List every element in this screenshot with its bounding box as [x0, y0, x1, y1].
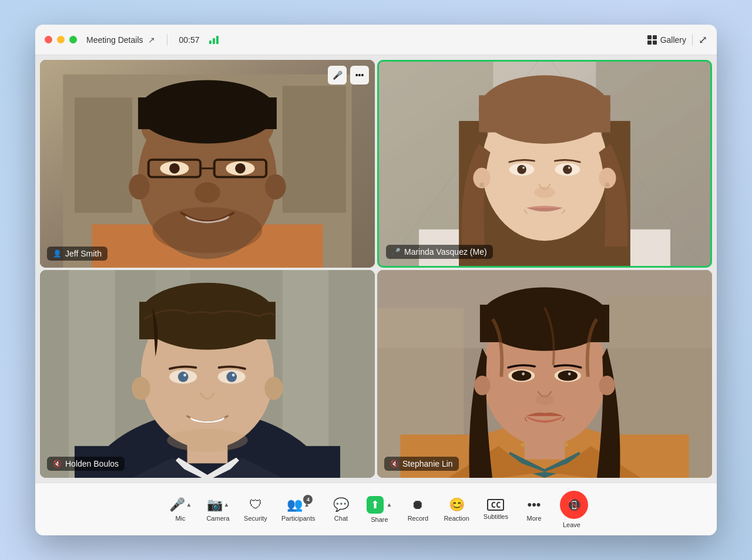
svg-point-62 [264, 377, 283, 400]
leave-phone-icon: 📵 [567, 498, 582, 512]
security-icon: 🛡 [249, 497, 262, 512]
mic-label: Mic [175, 515, 185, 522]
jeff-smith-name: Jeff Smith [65, 249, 102, 258]
svg-point-49 [534, 187, 555, 198]
video-tile-stephanie-lin: 🔇 Stephanie Lin [377, 270, 712, 478]
jeff-tile-controls: 🎤 ••• [328, 66, 369, 85]
svg-point-90 [535, 394, 553, 405]
fullscreen-icon[interactable]: ⤢ [699, 33, 707, 46]
gallery-icon [647, 35, 657, 45]
svg-rect-60 [139, 302, 276, 339]
svg-point-22 [194, 182, 220, 203]
video-tile-holden-boulos: 🔇 Holden Boulos [40, 270, 375, 478]
record-button[interactable]: ⏺ Record [400, 492, 435, 527]
svg-point-86 [512, 370, 531, 381]
meeting-window: Meeting Details ↗ 00:57 Gallery ⤢ [35, 25, 717, 535]
leave-wrapper[interactable]: 📵 Leave [554, 491, 589, 528]
share-button[interactable]: ⬆ ▲ Share [361, 491, 398, 528]
marinda-vasquez-name: Marinda Vasquez (Me) [404, 247, 487, 257]
titlebar: Meeting Details ↗ 00:57 Gallery ⤢ [35, 25, 717, 55]
subtitles-label: Subtitles [484, 513, 508, 520]
participants-icon: 👥 [287, 497, 303, 512]
chat-icon: 💬 [333, 497, 349, 512]
svg-point-88 [522, 373, 525, 376]
share-icon: ⬆ [371, 498, 380, 511]
fullscreen-button[interactable] [69, 36, 77, 43]
more-label: More [526, 515, 541, 522]
chat-label: Chat [334, 515, 348, 522]
signal-icon [209, 36, 219, 44]
svg-point-69 [167, 429, 248, 451]
security-button[interactable]: 🛡 Security [238, 492, 273, 527]
record-label: Record [408, 515, 428, 522]
mic-button[interactable]: 🎤 ▲ Mic [163, 492, 198, 527]
traffic-lights [45, 36, 77, 43]
svg-rect-4 [283, 86, 346, 212]
meeting-timer: 00:57 [179, 35, 200, 45]
reaction-button[interactable]: 😊 Reaction [438, 492, 475, 527]
stephanie-lin-badge: 🔇 Stephanie Lin [384, 457, 459, 471]
svg-rect-3 [75, 97, 132, 213]
holden-muted-icon: 🔇 [53, 460, 62, 468]
record-icon: ⏺ [411, 497, 424, 512]
titlebar-right-divider [692, 34, 693, 46]
toolbar: 🎤 ▲ Mic 📷 ▲ Camera 🛡 Security 4 👥 ▲ P [35, 483, 717, 535]
svg-point-20 [169, 163, 180, 174]
mic-btn-inner: 🎤 ▲ [169, 497, 192, 512]
svg-point-42 [605, 183, 610, 187]
subtitles-button[interactable]: CC Subtitles [478, 494, 514, 525]
holden-boulos-name: Holden Boulos [65, 459, 119, 468]
participants-button[interactable]: 4 👥 ▲ Participants [276, 492, 321, 527]
jeff-more-button[interactable]: ••• [350, 66, 369, 85]
jeff-mic-button[interactable]: 🎤 [328, 66, 347, 85]
svg-point-41 [479, 183, 484, 187]
svg-point-21 [235, 163, 246, 174]
leave-label: Leave [563, 521, 580, 528]
svg-point-68 [232, 374, 235, 377]
security-label: Security [244, 515, 267, 522]
svg-point-87 [558, 370, 578, 381]
mic-icon: 🎤 [169, 497, 185, 512]
camera-button[interactable]: 📷 ▲ Camera [200, 492, 236, 527]
participants-badge: 4 [303, 495, 313, 504]
chat-button[interactable]: 💬 Chat [323, 492, 358, 527]
jeff-person-icon: 👤 [53, 249, 62, 258]
jeff-smith-badge: 👤 Jeff Smith [47, 247, 108, 261]
share-meeting-icon[interactable]: ↗ [148, 35, 155, 45]
svg-point-83 [599, 376, 615, 395]
leave-button[interactable]: 📵 [560, 491, 588, 519]
minimize-button[interactable] [57, 36, 65, 43]
close-button[interactable] [45, 36, 52, 43]
subtitles-icon: CC [487, 499, 504, 511]
svg-rect-10 [138, 97, 277, 129]
gallery-label: Gallery [660, 35, 686, 45]
svg-point-12 [265, 174, 286, 200]
share-label: Share [371, 516, 388, 523]
svg-point-23 [153, 207, 263, 254]
video-tile-marinda-vasquez: 🎤 Marinda Vasquez (Me) [377, 60, 712, 268]
gallery-view-button[interactable]: Gallery [647, 35, 686, 45]
camera-icon: 📷 [207, 497, 223, 512]
share-btn-inner: ⬆ ▲ [367, 496, 392, 514]
stephanie-muted-icon: 🔇 [390, 460, 399, 468]
camera-chevron: ▲ [224, 501, 230, 508]
svg-point-11 [129, 174, 149, 200]
titlebar-right: Gallery ⤢ [647, 33, 707, 46]
mic-chevron: ▲ [186, 501, 192, 508]
video-grid: 🎤 ••• 👤 Jeff Smith [35, 55, 717, 483]
meeting-info: Meeting Details ↗ 00:57 [86, 34, 219, 46]
titlebar-divider [167, 34, 167, 46]
more-icon: ••• [527, 497, 540, 512]
svg-point-47 [522, 167, 525, 169]
video-tile-jeff-smith: 🎤 ••• 👤 Jeff Smith [40, 60, 375, 268]
camera-btn-inner: 📷 ▲ [207, 497, 230, 512]
svg-point-67 [183, 374, 186, 377]
marinda-mic-icon: 🎤 [392, 248, 401, 256]
meeting-details-label[interactable]: Meeting Details [86, 35, 143, 45]
reaction-icon: 😊 [449, 497, 465, 512]
more-button[interactable]: ••• More [516, 492, 552, 527]
svg-point-89 [568, 373, 571, 376]
svg-point-45 [517, 165, 526, 174]
svg-point-46 [563, 165, 572, 174]
svg-point-82 [474, 376, 491, 395]
